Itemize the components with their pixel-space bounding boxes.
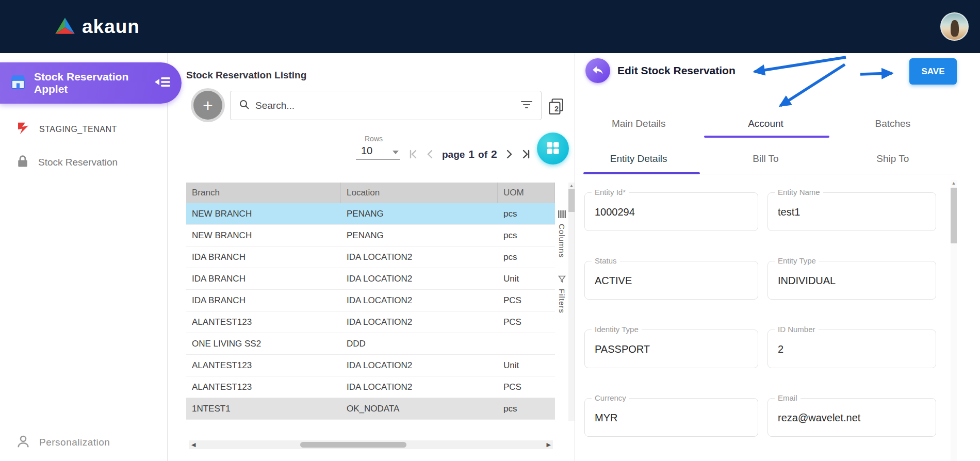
table-cell: IDA LOCATION2	[341, 274, 498, 284]
table-row[interactable]: ONE LIVING SS2DDD	[186, 333, 555, 355]
add-button[interactable]: +	[193, 91, 222, 120]
page-indicator: page 1 of 2	[442, 148, 497, 160]
table-cell: IDA LOCATION2	[341, 317, 498, 327]
next-page-button[interactable]	[504, 149, 514, 159]
table-cell: ALANTEST123	[186, 360, 341, 371]
table-cell: NEW BRANCH	[186, 209, 341, 219]
table-row[interactable]: IDA BRANCHIDA LOCATION2PCS	[186, 290, 555, 311]
table-cell: Unit	[498, 274, 555, 284]
filters-tab[interactable]: Filters	[558, 275, 566, 314]
first-page-button[interactable]	[408, 149, 418, 159]
table-cell: NEW BRANCH	[186, 230, 341, 241]
listing-title: Stock Reservation Listing	[186, 70, 306, 81]
entity-type-field[interactable]: Entity Type INDIVIDUAL	[767, 261, 936, 300]
table-horizontal-scrollbar[interactable]: ◀ ▶	[189, 440, 553, 449]
column-header-location[interactable]: Location	[341, 183, 498, 203]
total-pages: 2	[491, 148, 497, 160]
table-row[interactable]: NEW BRANCHPENANGpcs	[186, 203, 555, 225]
search-input[interactable]	[255, 100, 515, 111]
subtab-ship-to[interactable]: Ship To	[829, 144, 956, 174]
vertical-scroll-thumb[interactable]	[568, 189, 575, 212]
svg-text:2: 2	[554, 105, 559, 113]
scroll-up-icon[interactable]: ▲	[951, 180, 957, 187]
top-bar: akaun	[0, 0, 980, 53]
email-field[interactable]: Email reza@wavelet.net	[767, 398, 936, 437]
back-arrow-icon	[591, 63, 605, 78]
sidebar-item-tenant[interactable]: STAGING_TENANT	[15, 120, 117, 139]
entity-id-field[interactable]: Entity Id* 1000294	[584, 192, 758, 231]
table-cell: ALANTEST123	[186, 382, 341, 392]
filter-list-icon[interactable]	[520, 100, 533, 112]
table-row[interactable]: ALANTEST123IDA LOCATION2Unit	[186, 355, 555, 376]
editor-scroll-thumb[interactable]	[951, 188, 957, 243]
personalization-label: Personalization	[39, 437, 110, 448]
scroll-up-icon[interactable]: ▲	[568, 183, 575, 189]
table-cell: pcs	[498, 209, 555, 219]
funnel-icon	[558, 275, 566, 285]
save-button[interactable]: SAVE	[909, 58, 957, 85]
rows-per-page-label: Rows	[365, 135, 383, 143]
sidebar-item-personalization[interactable]: Personalization	[15, 433, 110, 452]
last-page-button[interactable]	[521, 149, 531, 159]
logo-text: akaun	[82, 16, 140, 38]
filters-tab-label: Filters	[558, 289, 566, 314]
app-logo: akaun	[54, 16, 140, 38]
status-field[interactable]: Status ACTIVE	[584, 261, 758, 300]
table-cell: OK_NODATA	[341, 404, 498, 414]
tab-main-details[interactable]: Main Details	[575, 111, 702, 138]
subtab-entity-details[interactable]: Entity Details	[575, 144, 702, 174]
user-avatar[interactable]	[940, 12, 969, 41]
table-cell: IDA BRANCH	[186, 295, 341, 306]
table-vertical-scrollbar[interactable]: ▲	[568, 183, 575, 421]
back-button[interactable]	[585, 58, 610, 83]
id-number-field[interactable]: ID Number 2	[767, 330, 936, 368]
menu-collapse-icon[interactable]	[154, 75, 171, 91]
table-cell: PCS	[498, 382, 555, 392]
scroll-right-icon[interactable]: ▶	[547, 440, 551, 449]
table-row[interactable]: 1NTEST1OK_NODATApcs	[186, 398, 555, 420]
copy-pages-icon[interactable]: 2	[547, 97, 565, 116]
table-header-row: Branch Location UOM	[186, 183, 555, 203]
tab-account[interactable]: Account	[702, 111, 829, 138]
identity-type-field[interactable]: Identity Type PASSPORT	[584, 330, 758, 368]
table-cell: PENANG	[341, 230, 498, 241]
table-row[interactable]: ALANTEST123IDA LOCATION2PCS	[186, 311, 555, 333]
table-row[interactable]: NEW BRANCHPENANGpcs	[186, 225, 555, 246]
stock-reservation-table: Branch Location UOM NEW BRANCHPENANGpcsN…	[186, 183, 555, 420]
entity-details-form: Entity Id* 1000294 Entity Name test1 Sta…	[584, 192, 936, 437]
tab-batches[interactable]: Batches	[829, 111, 956, 138]
table-cell: PCS	[498, 295, 555, 306]
column-header-uom[interactable]: UOM	[498, 183, 555, 203]
table-cell: PENANG	[341, 209, 498, 219]
sidebar-item-stock-reservation-applet[interactable]: Stock Reservation Applet	[0, 62, 182, 104]
entity-name-field[interactable]: Entity Name test1	[767, 192, 936, 231]
sidebar-item-stock-reservation[interactable]: Stock Reservation	[15, 153, 118, 172]
prev-page-button[interactable]	[425, 149, 435, 159]
currency-field[interactable]: Currency MYR	[584, 398, 758, 437]
rows-per-page-select[interactable]: 10	[356, 144, 400, 160]
table-body: NEW BRANCHPENANGpcsNEW BRANCHPENANGpcsID…	[186, 203, 555, 420]
tenant-icon	[15, 121, 31, 138]
table-cell: ALANTEST123	[186, 317, 341, 327]
subtab-bill-to[interactable]: Bill To	[702, 144, 829, 174]
search-box	[230, 91, 542, 120]
table-row[interactable]: ALANTEST123IDA LOCATION2PCS	[186, 376, 555, 398]
apps-grid-button[interactable]	[537, 133, 569, 164]
horizontal-scroll-thumb[interactable]	[300, 442, 406, 448]
tenant-label: STAGING_TENANT	[39, 125, 117, 134]
scroll-left-icon[interactable]: ◀	[191, 440, 195, 449]
sidebar: Stock Reservation Applet STAGING_TENANT	[0, 53, 168, 461]
editor-title: Edit Stock Reservation	[617, 64, 736, 77]
column-header-branch[interactable]: Branch	[186, 183, 341, 203]
table-cell: pcs	[498, 404, 555, 414]
editor-subtabs: Entity Details Bill To Ship To	[575, 144, 956, 174]
table-row[interactable]: IDA BRANCHIDA LOCATION2Unit	[186, 268, 555, 290]
editor-tabs: Main Details Account Batches	[575, 111, 956, 138]
applet-name: Stock Reservation Applet	[34, 71, 148, 95]
pagination: page 1 of 2	[408, 148, 531, 160]
editor-vertical-scrollbar[interactable]: ▲	[951, 180, 957, 461]
table-cell: IDA LOCATION2	[341, 360, 498, 371]
table-row[interactable]: IDA BRANCHIDA LOCATION2pcs	[186, 246, 555, 268]
columns-tab[interactable]: Columns	[558, 210, 566, 258]
table-cell: IDA LOCATION2	[341, 252, 498, 262]
